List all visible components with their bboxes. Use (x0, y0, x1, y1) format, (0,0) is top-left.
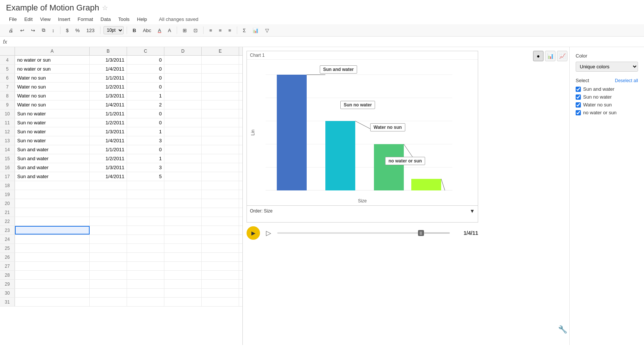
cell-c[interactable]: 1 (127, 127, 164, 136)
table-row[interactable]: 6 Water no sun 1/1/2011 0 (0, 74, 242, 83)
table-row[interactable]: 22 (0, 217, 242, 226)
cell-a[interactable] (15, 235, 90, 243)
cell-c[interactable]: 3 (127, 136, 164, 145)
cell-e[interactable] (202, 208, 239, 217)
cell-d[interactable] (164, 190, 202, 199)
cell-c[interactable] (127, 253, 164, 261)
cell-d[interactable] (164, 298, 202, 306)
cell-d[interactable] (164, 280, 202, 288)
cell-c[interactable]: 3 (127, 163, 164, 172)
cell-e[interactable] (202, 190, 239, 199)
menu-file[interactable]: File (6, 15, 20, 24)
text-color-button[interactable]: A (155, 26, 164, 35)
table-row[interactable]: 5 no water or sun 1/4/2011 0 (0, 65, 242, 74)
table-row[interactable]: 17 Sun and water 1/4/2011 5 (0, 172, 242, 181)
menu-view[interactable]: View (37, 15, 53, 24)
cell-a[interactable]: no water or sun (15, 56, 90, 64)
cell-d[interactable] (164, 289, 202, 297)
cell-e[interactable] (202, 172, 239, 181)
cell-c[interactable] (127, 190, 164, 199)
cell-c[interactable]: 2 (127, 100, 164, 109)
cell-c[interactable] (127, 262, 164, 270)
chart-type-bubble[interactable]: ● (533, 51, 544, 61)
cell-c[interactable] (127, 289, 164, 297)
cell-b[interactable] (90, 208, 127, 217)
cell-c[interactable] (127, 298, 164, 306)
cell-d[interactable] (164, 226, 202, 235)
cell-a[interactable]: Sun and water (15, 145, 90, 154)
cell-e[interactable] (202, 154, 239, 163)
cell-c[interactable] (127, 208, 164, 217)
cell-e[interactable] (202, 83, 239, 91)
highlight-button[interactable]: A (165, 26, 174, 35)
formula-input[interactable] (10, 38, 641, 45)
cell-e[interactable] (202, 253, 239, 261)
font-size-selector[interactable]: 10pt 12pt 14pt (103, 26, 124, 34)
legend-checkbox[interactable] (576, 110, 581, 115)
menu-format[interactable]: Format (75, 15, 96, 24)
table-row[interactable]: 18 (0, 181, 242, 190)
cell-b[interactable]: 1/3/2011 (90, 127, 127, 136)
cell-a[interactable] (15, 298, 90, 306)
table-row[interactable]: 12 Sun no water 1/3/2011 1 (0, 127, 242, 136)
format-123-button[interactable]: 123 (84, 26, 97, 35)
menu-tools[interactable]: Tools (115, 15, 132, 24)
cell-c[interactable] (127, 280, 164, 288)
menu-edit[interactable]: Edit (21, 15, 35, 24)
cell-a[interactable]: Sun no water (15, 136, 90, 145)
table-row[interactable]: 28 (0, 271, 242, 280)
cell-a[interactable] (15, 280, 90, 288)
cell-e[interactable] (202, 136, 239, 145)
cell-b[interactable]: 1/2/2011 (90, 118, 127, 127)
cell-a[interactable] (15, 262, 90, 270)
cell-c[interactable]: 1 (127, 91, 164, 100)
table-row[interactable]: 7 Water no sun 1/2/2011 0 (0, 83, 242, 91)
cell-b[interactable] (90, 199, 127, 208)
cell-e[interactable] (202, 163, 239, 172)
cell-d[interactable] (164, 154, 202, 163)
cell-d[interactable] (164, 83, 202, 91)
font-button[interactable]: Abc (140, 26, 154, 35)
cell-c[interactable]: 0 (127, 74, 164, 82)
cell-a[interactable]: Sun and water (15, 154, 90, 163)
time-slider[interactable]: ||| (277, 229, 450, 237)
cell-a[interactable] (15, 226, 90, 235)
table-row[interactable]: 4 no water or sun 1/3/2011 0 (0, 56, 242, 65)
table-row[interactable]: 21 (0, 208, 242, 217)
cell-e[interactable] (202, 181, 239, 190)
table-row[interactable]: 29 (0, 280, 242, 289)
cell-a[interactable]: Water no sun (15, 100, 90, 109)
cell-b[interactable] (90, 280, 127, 288)
cell-b[interactable] (90, 190, 127, 199)
cell-d[interactable] (164, 181, 202, 190)
legend-checkbox[interactable] (576, 94, 581, 100)
cell-a[interactable]: no water or sun (15, 65, 90, 73)
cell-c[interactable]: 0 (127, 65, 164, 73)
cell-b[interactable] (90, 262, 127, 270)
align-button[interactable]: ≡ (207, 26, 215, 35)
play-button[interactable]: ▶ (247, 226, 260, 240)
chart-type-line[interactable]: 📈 (557, 51, 567, 61)
cell-c[interactable]: 0 (127, 56, 164, 64)
cell-d[interactable] (164, 91, 202, 100)
cell-c[interactable] (127, 244, 164, 252)
cell-d[interactable] (164, 208, 202, 217)
cell-c[interactable] (127, 217, 164, 226)
cell-a[interactable] (15, 199, 90, 208)
cell-d[interactable] (164, 145, 202, 154)
table-row[interactable]: 16 Sun and water 1/3/2011 3 (0, 163, 242, 172)
col-header-a[interactable]: A (15, 47, 90, 55)
copy-button[interactable]: ⧉ (39, 26, 48, 35)
order-dropdown-icon[interactable]: ▼ (470, 208, 475, 214)
cell-d[interactable] (164, 199, 202, 208)
table-row[interactable]: 15 Sun and water 1/2/2011 1 (0, 154, 242, 163)
cell-a[interactable] (15, 244, 90, 252)
cell-a[interactable]: Sun no water (15, 118, 90, 127)
cell-c[interactable]: 0 (127, 109, 164, 118)
print-button[interactable]: 🖨 (6, 26, 16, 35)
cell-a[interactable]: Sun no water (15, 109, 90, 118)
chart-type-bar[interactable]: 📊 (545, 51, 555, 61)
cell-a[interactable]: Water no sun (15, 74, 90, 82)
menu-data[interactable]: Data (97, 15, 114, 24)
table-row[interactable]: 25 (0, 244, 242, 253)
